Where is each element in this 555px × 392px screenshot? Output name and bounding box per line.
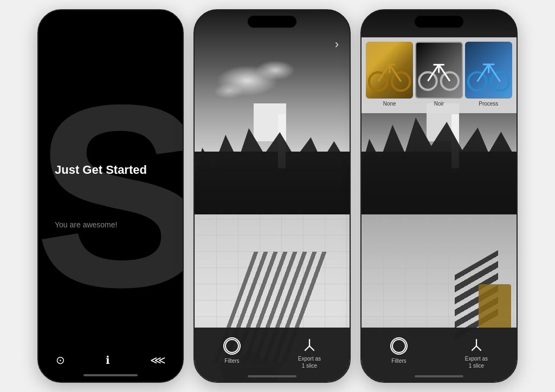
export-label-3: Export as1 slice — [465, 355, 488, 369]
phone-1-content: S Just Get Started You are awesome! ⊙ ℹ … — [38, 10, 183, 382]
home-bar-3 — [415, 375, 463, 377]
home-bar-1 — [83, 374, 138, 376]
export-icon-2 — [302, 337, 317, 352]
filters-icon-2 — [223, 337, 241, 355]
filter-noir-label: Noir — [434, 101, 444, 109]
phone-2-toolbar: Filters Export as1 slice — [195, 328, 350, 382]
export-button-2[interactable]: Export as1 slice — [298, 337, 321, 369]
filters-button-3[interactable]: Filters — [390, 337, 408, 364]
bw-photo-2 — [195, 10, 350, 382]
filters-label-3: Filters — [391, 357, 406, 364]
phone-1-text-area: Just Get Started You are awesome! — [38, 163, 183, 229]
main-title: Just Get Started — [55, 163, 166, 177]
export-icon-3 — [469, 337, 484, 352]
sub-title: You are awesome! — [55, 220, 166, 229]
chevron-right-icon[interactable]: › — [335, 37, 339, 51]
svg-line-1 — [305, 346, 309, 350]
phone-3: None Noir — [360, 9, 518, 383]
camera-icon[interactable]: ⊙ — [56, 354, 65, 367]
filter-noir[interactable]: Noir — [415, 42, 462, 113]
export-label-2: Export as1 slice — [298, 355, 321, 369]
bench-3 — [479, 284, 511, 328]
phone-2-content: › Filters Export as1 slice — [195, 10, 350, 382]
filters-button-2[interactable]: Filters — [223, 337, 241, 364]
svg-line-22 — [472, 346, 476, 350]
phone-3-toolbar: Filters Export as1 slice — [362, 328, 517, 382]
filters-label-2: Filters — [224, 357, 239, 364]
photo-area-3: None Noir — [362, 10, 517, 382]
phone-3-notch — [415, 16, 463, 28]
svg-line-23 — [476, 346, 481, 350]
home-bar-2 — [248, 375, 296, 377]
filter-noir-thumb — [415, 42, 462, 99]
phone-2-notch — [248, 16, 296, 28]
svg-line-2 — [309, 346, 314, 350]
filter-process-label: Process — [479, 101, 498, 109]
filters-icon-3 — [390, 337, 408, 355]
info-icon[interactable]: ℹ — [106, 354, 110, 367]
filter-row: None Noir — [362, 37, 517, 113]
rewind-icon[interactable]: ⋘ — [150, 354, 165, 367]
phone-2: › Filters Export as1 slice — [193, 9, 351, 383]
filter-process[interactable]: Process — [465, 42, 512, 113]
phone-1-bottom-bar: ⊙ ℹ ⋘ — [38, 354, 183, 367]
photo-area-2: › — [195, 10, 350, 382]
filter-none[interactable]: None — [366, 42, 413, 113]
phone-1: S Just Get Started You are awesome! ⊙ ℹ … — [37, 9, 184, 383]
phone-1-notch — [86, 16, 135, 28]
filter-process-thumb — [465, 42, 512, 99]
filter-none-label: None — [383, 101, 396, 109]
export-button-3[interactable]: Export as1 slice — [465, 337, 488, 369]
phone-3-content: None Noir — [362, 10, 517, 382]
filter-none-thumb — [366, 42, 413, 99]
